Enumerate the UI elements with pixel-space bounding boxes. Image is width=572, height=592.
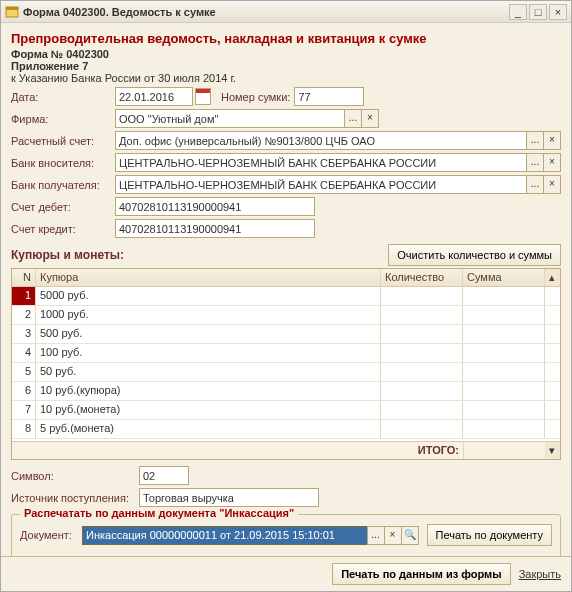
acct-input[interactable]	[115, 131, 527, 150]
close-button[interactable]: ×	[549, 4, 567, 20]
doc-input[interactable]	[82, 526, 368, 545]
titlebar: Форма 0402300. Ведомость к сумке _ □ ×	[1, 1, 571, 23]
cell-s[interactable]	[463, 363, 545, 381]
cell-k: 10 руб.(купюра)	[36, 382, 381, 400]
bank-out-label: Банк получателя:	[11, 179, 115, 191]
cell-k: 10 руб.(монета)	[36, 401, 381, 419]
symbol-input[interactable]	[139, 466, 189, 485]
print-form-button[interactable]: Печать по данным из формы	[332, 563, 510, 585]
grid-title: Купюры и монеты:	[11, 248, 124, 262]
doc-open-button[interactable]: 🔍	[401, 526, 419, 545]
scroll-down-icon[interactable]: ▾	[545, 442, 560, 459]
cell-q[interactable]	[381, 363, 463, 381]
maximize-button[interactable]: □	[529, 4, 547, 20]
close-link[interactable]: Закрыть	[519, 568, 561, 580]
svg-rect-1	[6, 7, 18, 10]
acct-select-button[interactable]: ...	[526, 131, 544, 150]
cell-k: 100 руб.	[36, 344, 381, 362]
print-fieldset: Распечатать по данным документа "Инкасса…	[11, 514, 561, 556]
table-row[interactable]: 85 руб.(монета)	[12, 420, 560, 439]
bank-out-input[interactable]	[115, 175, 527, 194]
col-n[interactable]: N	[12, 269, 36, 286]
cell-k: 500 руб.	[36, 325, 381, 343]
cell-q[interactable]	[381, 401, 463, 419]
credit-input[interactable]	[115, 219, 315, 238]
cell-n: 7	[12, 401, 36, 419]
doc-label: Документ:	[20, 529, 82, 541]
bag-label: Номер сумки:	[221, 91, 290, 103]
debit-label: Счет дебет:	[11, 201, 115, 213]
cell-q[interactable]	[381, 382, 463, 400]
bank-in-clear-button[interactable]: ×	[543, 153, 561, 172]
table-row[interactable]: 3500 руб.	[12, 325, 560, 344]
cell-q[interactable]	[381, 344, 463, 362]
calendar-icon[interactable]	[195, 88, 211, 105]
table-row[interactable]: 15000 руб.	[12, 287, 560, 306]
credit-label: Счет кредит:	[11, 223, 115, 235]
col-s[interactable]: Сумма	[463, 269, 545, 286]
debit-input[interactable]	[115, 197, 315, 216]
cell-s[interactable]	[463, 325, 545, 343]
total-value	[463, 442, 545, 459]
cell-s[interactable]	[463, 382, 545, 400]
table-row[interactable]: 21000 руб.	[12, 306, 560, 325]
reference-label: к Указанию Банка России от 30 июля 2014 …	[11, 72, 561, 84]
bank-out-clear-button[interactable]: ×	[543, 175, 561, 194]
bank-in-label: Банк вносителя:	[11, 157, 115, 169]
date-input[interactable]	[115, 87, 193, 106]
page-heading: Препроводительная ведомость, накладная и…	[11, 31, 561, 46]
bag-input[interactable]	[294, 87, 364, 106]
window-title: Форма 0402300. Ведомость к сумке	[23, 6, 507, 18]
cell-q[interactable]	[381, 287, 463, 305]
cell-k: 5000 руб.	[36, 287, 381, 305]
minimize-button[interactable]: _	[509, 4, 527, 20]
cell-s[interactable]	[463, 420, 545, 438]
cell-n: 5	[12, 363, 36, 381]
col-q[interactable]: Количество	[381, 269, 463, 286]
table-row[interactable]: 610 руб.(купюра)	[12, 382, 560, 401]
currency-grid[interactable]: N Купюра Количество Сумма ▴ 15000 руб.21…	[11, 268, 561, 460]
table-row[interactable]: 550 руб.	[12, 363, 560, 382]
total-label: ИТОГО:	[381, 442, 463, 459]
cell-q[interactable]	[381, 306, 463, 324]
cell-q[interactable]	[381, 325, 463, 343]
print-legend: Распечатать по данным документа "Инкасса…	[20, 507, 298, 519]
cell-s[interactable]	[463, 287, 545, 305]
cell-n: 2	[12, 306, 36, 324]
bank-in-input[interactable]	[115, 153, 527, 172]
cell-k: 5 руб.(монета)	[36, 420, 381, 438]
date-label: Дата:	[11, 91, 115, 103]
firm-clear-button[interactable]: ×	[361, 109, 379, 128]
cell-n: 8	[12, 420, 36, 438]
cell-q[interactable]	[381, 420, 463, 438]
clear-button[interactable]: Очистить количество и суммы	[388, 244, 561, 266]
cell-s[interactable]	[463, 344, 545, 362]
doc-clear-button[interactable]: ×	[384, 526, 402, 545]
cell-k: 50 руб.	[36, 363, 381, 381]
table-row[interactable]: 710 руб.(монета)	[12, 401, 560, 420]
scroll-up-icon[interactable]: ▴	[545, 269, 560, 286]
app-icon	[5, 5, 19, 19]
bank-out-select-button[interactable]: ...	[526, 175, 544, 194]
source-label: Источник поступления:	[11, 492, 139, 504]
appendix-label: Приложение 7	[11, 60, 561, 72]
cell-n: 4	[12, 344, 36, 362]
table-row[interactable]: 4100 руб.	[12, 344, 560, 363]
acct-clear-button[interactable]: ×	[543, 131, 561, 150]
form-number: Форма № 0402300	[11, 48, 561, 60]
cell-n: 3	[12, 325, 36, 343]
acct-label: Расчетный счет:	[11, 135, 115, 147]
doc-select-button[interactable]: ...	[367, 526, 385, 545]
cell-s[interactable]	[463, 306, 545, 324]
source-input[interactable]	[139, 488, 319, 507]
firm-select-button[interactable]: ...	[344, 109, 362, 128]
symbol-label: Символ:	[11, 470, 139, 482]
print-doc-button[interactable]: Печать по документу	[427, 524, 553, 546]
bank-in-select-button[interactable]: ...	[526, 153, 544, 172]
firm-label: Фирма:	[11, 113, 115, 125]
cell-k: 1000 руб.	[36, 306, 381, 324]
cell-n: 1	[12, 287, 36, 305]
col-k[interactable]: Купюра	[36, 269, 381, 286]
firm-input[interactable]	[115, 109, 345, 128]
cell-s[interactable]	[463, 401, 545, 419]
